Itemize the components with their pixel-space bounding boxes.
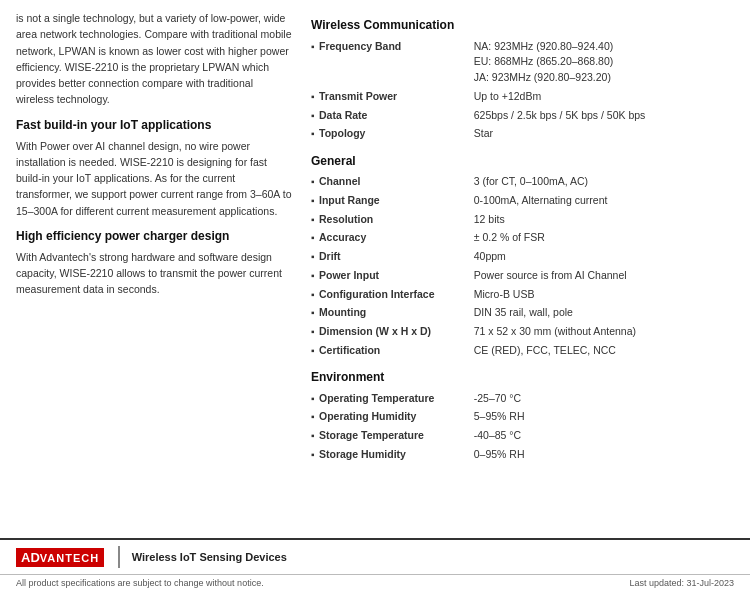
wireless-table: Frequency Band NA: 923MHz (920.80–924.40… — [311, 37, 734, 144]
table-row: Operating Temperature -25–70 °C — [311, 389, 734, 408]
table-row: Mounting DIN 35 rail, wall, pole — [311, 304, 734, 323]
table-row: Topology Star — [311, 125, 734, 144]
power-input-value: Power source is from AI Channel — [472, 266, 734, 285]
topology-value: Star — [472, 125, 734, 144]
section2-body: With Advantech's strong hardware and sof… — [16, 249, 293, 298]
table-row: Configuration Interface Micro-B USB — [311, 285, 734, 304]
general-section-title: General — [311, 152, 734, 170]
dimension-value: 71 x 52 x 30 mm (without Antenna) — [472, 323, 734, 342]
footer: ADVANTECH Wireless IoT Sensing Devices — [0, 538, 750, 574]
table-row: Resolution 12 bits — [311, 210, 734, 229]
footer-divider — [118, 546, 120, 568]
environment-section-title: Environment — [311, 368, 734, 386]
storage-temp-label: Storage Temperature — [311, 427, 472, 446]
table-row: Storage Humidity 0–95% RH — [311, 445, 734, 464]
dimension-label: Dimension (W x H x D) — [311, 323, 472, 342]
table-row: Certification CE (RED), FCC, TELEC, NCC — [311, 341, 734, 360]
environment-table: Operating Temperature -25–70 °C Operatin… — [311, 389, 734, 464]
storage-temp-value: -40–85 °C — [472, 427, 734, 446]
page-wrapper: is not a single technology, but a variet… — [0, 0, 750, 591]
topology-label: Topology — [311, 125, 472, 144]
table-row: Frequency Band NA: 923MHz (920.80–924.40… — [311, 37, 734, 87]
logo-box: ADVANTECH — [16, 548, 104, 567]
disclaimer-text: All product specifications are subject t… — [16, 578, 264, 588]
storage-humidity-label: Storage Humidity — [311, 445, 472, 464]
table-row: Operating Humidity 5–95% RH — [311, 408, 734, 427]
data-rate-value: 625bps / 2.5k bps / 5K bps / 50K bps — [472, 106, 734, 125]
input-range-value: 0-100mA, Alternating current — [472, 191, 734, 210]
input-range-label: Input Range — [311, 191, 472, 210]
footer-logo: ADVANTECH — [16, 548, 104, 567]
section1-title: Fast build-in your IoT applications — [16, 116, 293, 134]
table-row: Channel 3 (for CT, 0–100mA, AC) — [311, 173, 734, 192]
table-row: Storage Temperature -40–85 °C — [311, 427, 734, 446]
footer-bottom: All product specifications are subject t… — [0, 574, 750, 591]
certification-value: CE (RED), FCC, TELEC, NCC — [472, 341, 734, 360]
table-row: Power Input Power source is from AI Chan… — [311, 266, 734, 285]
wireless-section-title: Wireless Communication — [311, 16, 734, 34]
accuracy-label: Accuracy — [311, 229, 472, 248]
table-row: Drift 40ppm — [311, 248, 734, 267]
drift-value: 40ppm — [472, 248, 734, 267]
op-temp-value: -25–70 °C — [472, 389, 734, 408]
right-column: Wireless Communication Frequency Band NA… — [311, 10, 734, 528]
intro-text: is not a single technology, but a variet… — [16, 10, 293, 108]
last-updated-text: Last updated: 31-Jul-2023 — [629, 578, 734, 588]
section1-body: With Power over AI channel design, no wi… — [16, 138, 293, 219]
table-row: Data Rate 625bps / 2.5k bps / 5K bps / 5… — [311, 106, 734, 125]
table-row: Input Range 0-100mA, Alternating current — [311, 191, 734, 210]
footer-product: Wireless IoT Sensing Devices — [132, 551, 287, 563]
resolution-label: Resolution — [311, 210, 472, 229]
content-area: is not a single technology, but a variet… — [0, 0, 750, 538]
table-row: Transmit Power Up to +12dBm — [311, 87, 734, 106]
config-iface-label: Configuration Interface — [311, 285, 472, 304]
op-temp-label: Operating Temperature — [311, 389, 472, 408]
channel-value: 3 (for CT, 0–100mA, AC) — [472, 173, 734, 192]
mounting-label: Mounting — [311, 304, 472, 323]
general-table: Channel 3 (for CT, 0–100mA, AC) Input Ra… — [311, 173, 734, 361]
mounting-value: DIN 35 rail, wall, pole — [472, 304, 734, 323]
table-row: Accuracy ± 0.2 % of FSR — [311, 229, 734, 248]
channel-label: Channel — [311, 173, 472, 192]
resolution-value: 12 bits — [472, 210, 734, 229]
accuracy-value: ± 0.2 % of FSR — [472, 229, 734, 248]
left-column: is not a single technology, but a variet… — [16, 10, 311, 528]
freq-label: Frequency Band — [311, 37, 472, 87]
drift-label: Drift — [311, 248, 472, 267]
config-iface-value: Micro-B USB — [472, 285, 734, 304]
data-rate-label: Data Rate — [311, 106, 472, 125]
power-input-label: Power Input — [311, 266, 472, 285]
storage-humidity-value: 0–95% RH — [472, 445, 734, 464]
tx-power-value: Up to +12dBm — [472, 87, 734, 106]
section2-title: High efficiency power charger design — [16, 227, 293, 245]
table-row: Dimension (W x H x D) 71 x 52 x 30 mm (w… — [311, 323, 734, 342]
freq-value: NA: 923MHz (920.80–924.40)EU: 868MHz (86… — [472, 37, 734, 87]
op-humidity-label: Operating Humidity — [311, 408, 472, 427]
tx-power-label: Transmit Power — [311, 87, 472, 106]
certification-label: Certification — [311, 341, 472, 360]
op-humidity-value: 5–95% RH — [472, 408, 734, 427]
